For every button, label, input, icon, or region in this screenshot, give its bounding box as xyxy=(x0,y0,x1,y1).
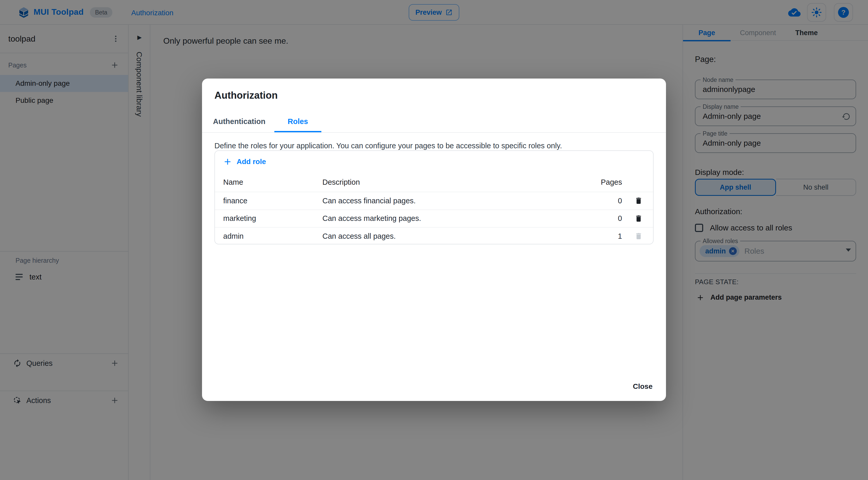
plus-icon xyxy=(223,157,232,166)
toolpad-editor: MUI Toolpad Beta Authorization Preview xyxy=(0,0,868,480)
close-button[interactable]: Close xyxy=(628,378,658,395)
roles-table: Add role Name Description Pages finance … xyxy=(214,150,654,244)
add-role-button[interactable]: Add role xyxy=(223,157,266,166)
role-name: admin xyxy=(223,232,322,241)
role-name: marketing xyxy=(223,214,322,223)
role-description: Can access financial pages. xyxy=(322,197,578,205)
roles-toolbar: Add role xyxy=(215,151,653,173)
add-role-label: Add role xyxy=(237,158,266,166)
column-header-pages[interactable]: Pages xyxy=(578,178,624,186)
divider xyxy=(202,132,666,133)
column-header-name[interactable]: Name xyxy=(223,178,322,186)
table-row[interactable]: marketing Can access marketing pages. 0 xyxy=(215,210,653,227)
tab-authentication[interactable]: Authentication xyxy=(204,111,274,132)
roles-description: Define the roles for your application. Y… xyxy=(214,142,562,150)
delete-role-button[interactable] xyxy=(634,214,643,223)
column-header-description[interactable]: Description xyxy=(322,178,578,186)
table-header-row: Name Description Pages xyxy=(215,173,653,192)
role-name: finance xyxy=(223,197,322,205)
role-pages-count: 1 xyxy=(578,232,624,241)
delete-role-button-disabled xyxy=(634,232,643,240)
tab-roles[interactable]: Roles xyxy=(274,111,321,132)
dialog-title: Authorization xyxy=(214,90,278,101)
trash-icon xyxy=(634,232,643,240)
delete-role-button[interactable] xyxy=(634,197,643,205)
role-pages-count: 0 xyxy=(578,214,624,223)
role-description: Can access marketing pages. xyxy=(322,214,578,223)
trash-icon xyxy=(634,214,643,223)
trash-icon xyxy=(634,197,643,205)
role-description: Can access all pages. xyxy=(322,232,578,241)
table-row[interactable]: finance Can access financial pages. 0 xyxy=(215,192,653,210)
authorization-dialog: Authorization Authentication Roles Defin… xyxy=(202,79,666,401)
dialog-tabs: Authentication Roles xyxy=(204,111,321,132)
role-pages-count: 0 xyxy=(578,197,624,205)
table-row[interactable]: admin Can access all pages. 1 xyxy=(215,227,653,244)
